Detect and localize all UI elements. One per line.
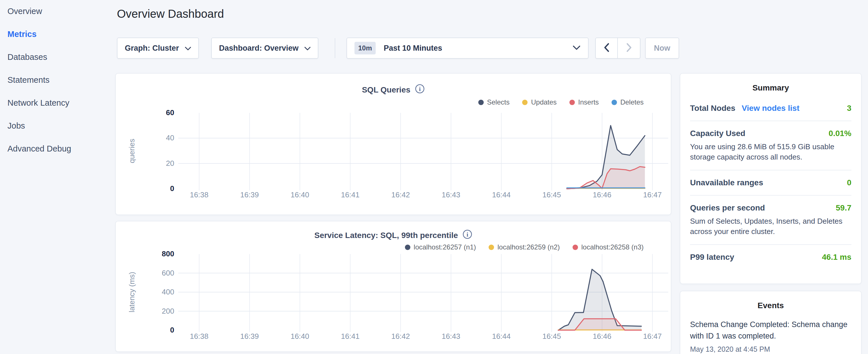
x-axis-tick-label: 16:47 xyxy=(629,332,676,341)
y-axis-tick-label: 400 xyxy=(143,288,174,296)
y-axis-tick-label: 0 xyxy=(143,184,174,193)
x-axis-tick-label: 16:47 xyxy=(629,190,676,199)
x-axis-tick-label: 16:44 xyxy=(478,332,524,341)
summary-row-value: 46.1 ms xyxy=(822,253,851,262)
x-axis-tick-label: 16:41 xyxy=(327,190,373,199)
series-line-Inserts xyxy=(567,167,645,189)
app-root: Overview Metrics Databases Statements Ne… xyxy=(0,0,868,354)
sidebar-item-advanced-debug[interactable]: Advanced Debug xyxy=(7,143,71,154)
summary-row-value: 3 xyxy=(847,104,851,113)
legend-label: Inserts xyxy=(578,98,599,106)
x-axis-tick-label: 16:38 xyxy=(176,332,222,341)
x-axis-tick-label: 16:39 xyxy=(227,332,273,341)
controls-divider xyxy=(335,38,335,58)
y-axis-tick-label: 200 xyxy=(143,307,174,316)
time-step-buttons xyxy=(595,37,641,59)
summary-row-value: 0.01% xyxy=(829,129,851,138)
event-text: Schema Change Completed: Schema change w… xyxy=(690,319,851,342)
sql-queries-chart-card: SQL Queries i 020406016:3816:3916:4016:4… xyxy=(115,73,672,215)
legend-item[interactable]: Updates xyxy=(522,98,557,106)
x-axis-tick-label: 16:43 xyxy=(428,190,474,199)
info-icon[interactable]: i xyxy=(415,84,425,96)
y-axis-tick-label: 800 xyxy=(143,250,174,258)
y-axis-tick-label: 40 xyxy=(143,133,174,142)
event-timestamp: May 13, 2020 at 4:45 PM xyxy=(690,345,851,353)
x-axis-tick-label: 16:42 xyxy=(378,190,424,199)
legend-item[interactable]: localhost:26258 (n3) xyxy=(572,243,644,251)
legend-label: Updates xyxy=(531,98,557,106)
summary-row-label: P99 latency xyxy=(690,253,734,262)
events-title: Events xyxy=(680,301,861,310)
graph-dropdown-label: Graph: Cluster xyxy=(125,44,179,53)
x-axis-tick-label: 16:40 xyxy=(277,332,323,341)
summary-row-value: 59.7 xyxy=(836,203,852,213)
legend-item[interactable]: Inserts xyxy=(569,98,599,106)
series-area-localhost:26257 (n1) xyxy=(558,269,641,330)
sidebar-item-overview[interactable]: Overview xyxy=(7,5,42,17)
legend-dot-icon xyxy=(405,245,410,250)
summary-rows: Total Nodes View nodes list 3 Capacity U… xyxy=(680,96,861,269)
chart-title-text: SQL Queries xyxy=(362,85,410,95)
y-axis-label: queries xyxy=(127,139,136,163)
summary-row-total-nodes: Total Nodes View nodes list 3 xyxy=(690,96,851,121)
series-area-Inserts xyxy=(567,167,645,189)
legend-label: Deletes xyxy=(620,98,644,106)
time-range-label: Past 10 Minutes xyxy=(384,44,442,53)
y-axis-tick-label: 60 xyxy=(143,108,174,117)
chart-title: Service Latency: SQL, 99th percentile i xyxy=(116,229,671,241)
time-forward-button[interactable] xyxy=(618,38,640,58)
now-button[interactable]: Now xyxy=(645,37,679,59)
time-back-button[interactable] xyxy=(596,38,618,58)
sidebar-item-network-latency[interactable]: Network Latency xyxy=(7,97,69,108)
x-axis-tick-label: 16:42 xyxy=(378,332,424,341)
legend-dot-icon xyxy=(478,100,484,105)
y-axis-tick-label: 20 xyxy=(143,159,174,168)
summary-row-label: Unavailable ranges xyxy=(690,178,763,187)
legend-item[interactable]: localhost:26259 (n2) xyxy=(489,243,560,251)
x-axis-tick-label: 16:46 xyxy=(579,332,625,341)
chevron-down-icon xyxy=(185,44,191,53)
summary-row-queries-per-second: Queries per second 59.7 Sum of Selects, … xyxy=(690,195,851,244)
graph-dropdown[interactable]: Graph: Cluster xyxy=(117,37,199,59)
sidebar-item-statements[interactable]: Statements xyxy=(7,74,50,86)
dashboard-dropdown[interactable]: Dashboard: Overview xyxy=(211,37,318,59)
time-range-selector[interactable]: 10m Past 10 Minutes xyxy=(346,37,589,59)
view-nodes-list-link[interactable]: View nodes list xyxy=(742,104,800,113)
x-axis-tick-label: 16:45 xyxy=(529,190,575,199)
sidebar-nav: Overview Metrics Databases Statements Ne… xyxy=(0,0,115,354)
y-axis-label: latency (ms) xyxy=(127,272,136,313)
summary-row-label: Queries per second xyxy=(690,203,765,213)
chart-legend: localhost:26257 (n1)localhost:26259 (n2)… xyxy=(405,243,644,251)
legend-dot-icon xyxy=(572,245,578,250)
x-axis-tick-label: 16:45 xyxy=(529,332,575,341)
sidebar-item-jobs[interactable]: Jobs xyxy=(7,120,25,131)
legend-dot-icon xyxy=(612,100,617,105)
series-area-Selects xyxy=(567,125,645,189)
legend-item[interactable]: Selects xyxy=(478,98,510,106)
summary-row-value: 0 xyxy=(847,178,851,187)
x-axis-tick-label: 16:38 xyxy=(176,190,222,199)
legend-item[interactable]: Deletes xyxy=(612,98,644,106)
summary-row-description: Sum of Selects, Updates, Inserts, and De… xyxy=(690,216,851,236)
sidebar-item-databases[interactable]: Databases xyxy=(7,51,47,63)
y-axis-tick-label: 600 xyxy=(143,269,174,278)
summary-title: Summary xyxy=(680,83,861,93)
summary-row-description: You are using 28.6 MiB of 515.9 GiB usab… xyxy=(690,141,851,162)
events-list: Schema Change Completed: Schema change w… xyxy=(680,319,861,353)
y-axis-tick-label: 0 xyxy=(143,326,174,334)
events-panel: Events Schema Change Completed: Schema c… xyxy=(680,291,862,354)
chevron-down-icon xyxy=(572,45,581,51)
chart-legend: SelectsUpdatesInsertsDeletes xyxy=(478,98,644,106)
legend-label: localhost:26259 (n2) xyxy=(497,243,560,251)
time-range-badge: 10m xyxy=(354,42,376,55)
event-item[interactable]: Schema Change Completed: Schema change w… xyxy=(690,319,851,353)
chevron-left-icon xyxy=(603,43,610,54)
x-axis-tick-label: 16:46 xyxy=(579,190,625,199)
sidebar-item-metrics[interactable]: Metrics xyxy=(7,28,37,40)
info-icon[interactable]: i xyxy=(463,229,472,241)
legend-label: localhost:26258 (n3) xyxy=(582,243,644,251)
x-axis-tick-label: 16:40 xyxy=(277,190,323,199)
legend-item[interactable]: localhost:26257 (n1) xyxy=(405,243,476,251)
service-latency-chart-card: Service Latency: SQL, 99th percentile i … xyxy=(115,221,672,352)
chart-title: SQL Queries i xyxy=(116,84,671,96)
